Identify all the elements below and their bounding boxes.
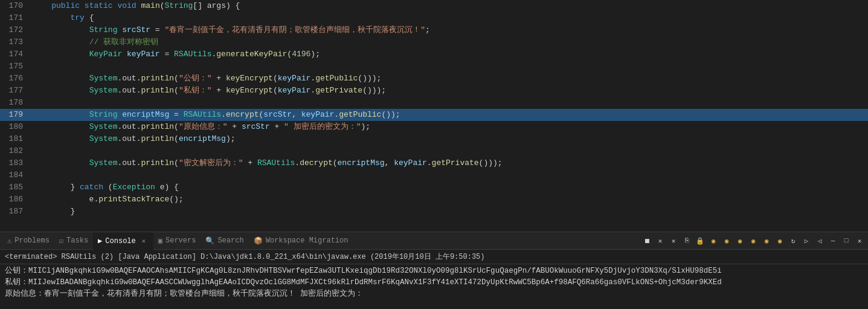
forward-btn[interactable]: ▷	[800, 235, 812, 247]
code-line: 179 String encriptMsg = RSAUtils.encrypt…	[0, 109, 868, 121]
minimize-btn[interactable]: —	[827, 235, 839, 247]
code-line: 178	[0, 97, 868, 109]
maximize-btn[interactable]: □	[840, 235, 852, 247]
line-content: e.printStackTrace();	[30, 194, 868, 206]
btn-6[interactable]: ◉	[774, 235, 786, 247]
tab-bar: ⚠Problems☑Tasks▶Console✕▣Servers🔍Search📦…	[0, 232, 868, 250]
line-content: try {	[30, 12, 868, 24]
close-panel-btn[interactable]: ✕	[854, 235, 866, 247]
close-btn-2[interactable]: ✕	[667, 235, 680, 247]
tab-label-search: Search	[217, 236, 243, 245]
line-content: // 获取非对称密钥	[30, 36, 868, 48]
btn-5[interactable]: ◉	[760, 235, 773, 247]
line-content: KeyPair keyPair = RSAUtils.generateKeyPa…	[30, 48, 868, 60]
terminated-banner: <terminated> RSAUtils (2) [Java Applicat…	[0, 250, 868, 264]
tab-icon-console: ▶	[98, 236, 102, 246]
line-content	[30, 60, 868, 73]
code-line: 177 System.out.println("私钥：" + keyEncryp…	[0, 85, 868, 97]
tab-label-workspace-migration: Workspace Migration	[266, 236, 349, 245]
line-number: 177	[0, 85, 30, 97]
console-line: 私钥：MIIJewIBADANBgkqhkiG9w0BAQEFAASCCWUwg…	[5, 277, 863, 288]
console-line: 原始信息：春宵一刻值千金，花有清香月有阴；歌管楼台声细细，秋千院落夜沉沉！ 加密…	[5, 288, 863, 300]
code-line: 175	[0, 60, 868, 73]
line-number: 172	[0, 24, 30, 36]
line-number: 185	[0, 181, 30, 194]
line-content	[30, 145, 868, 157]
code-line: 173 // 获取非对称密钥	[0, 36, 868, 48]
tab-icon-tasks: ☑	[59, 236, 63, 246]
line-number: 174	[0, 48, 30, 60]
code-line: 182	[0, 145, 868, 157]
line-content: public static void main(String[] args) {	[30, 0, 868, 12]
console-output: 公钥：MIICljANBgkqhkiG9w0BAQEFAAOCAhsAMIICF…	[0, 264, 868, 309]
line-content: String encriptMsg = RSAUtils.encrypt(src…	[30, 109, 868, 121]
tab-tasks[interactable]: ☑Tasks	[54, 232, 93, 250]
line-number: 182	[0, 145, 30, 157]
tab-label-servers: Servers	[166, 236, 196, 245]
btn-2[interactable]: ◉	[721, 235, 733, 247]
line-content: System.out.println("私钥：" + keyEncrypt(ke…	[30, 85, 868, 97]
code-line: 187 }	[0, 206, 868, 218]
code-line: 171 try {	[0, 12, 868, 24]
code-line: 172 String srcStr = "春宵一刻值千金，花有清香月有阴；歌管楼…	[0, 24, 868, 36]
line-number: 171	[0, 12, 30, 24]
tab-problems[interactable]: ⚠Problems	[2, 232, 54, 250]
line-content: }	[30, 206, 868, 218]
line-number: 184	[0, 169, 30, 181]
backward-btn[interactable]: ◁	[814, 235, 826, 247]
line-number: 186	[0, 194, 30, 206]
terminated-text: <terminated> RSAUtils (2) [Java Applicat…	[5, 253, 485, 261]
code-line: 170 public static void main(String[] arg…	[0, 0, 868, 12]
code-line: 176 System.out.println("公钥：" + keyEncryp…	[0, 73, 868, 85]
tab-label-problems: Problems	[14, 236, 50, 245]
app-container: 170 public static void main(String[] arg…	[0, 0, 868, 309]
bottom-panel: ⚠Problems☑Tasks▶Console✕▣Servers🔍Search📦…	[0, 232, 868, 309]
line-number: 183	[0, 157, 30, 169]
copy-btn[interactable]: ⎘	[681, 235, 693, 247]
line-content: } catch (Exception e) {	[30, 181, 868, 194]
stop-btn[interactable]: ⏹	[641, 235, 653, 247]
line-content	[30, 169, 868, 181]
line-number: 176	[0, 73, 30, 85]
line-number: 170	[0, 0, 30, 12]
code-lines: 170 public static void main(String[] arg…	[0, 0, 868, 218]
tab-close-console[interactable]: ✕	[139, 236, 149, 246]
code-line: 180 System.out.println("原始信息：" + srcStr …	[0, 121, 868, 133]
tab-icon-servers: ▣	[158, 236, 162, 246]
lock-btn[interactable]: 🔒	[694, 235, 706, 247]
line-number: 179	[0, 109, 30, 121]
line-number: 173	[0, 36, 30, 48]
btn-4[interactable]: ◉	[747, 235, 759, 247]
code-line: 186 e.printStackTrace();	[0, 194, 868, 206]
console-line: 公钥：MIICljANBgkqhkiG9w0BAQEFAAOCAhsAMIICF…	[5, 265, 863, 277]
line-content	[30, 97, 868, 109]
code-line: 181 System.out.println(encriptMsg);	[0, 133, 868, 145]
code-line: 185 } catch (Exception e) {	[0, 181, 868, 194]
line-content: System.out.println(encriptMsg);	[30, 133, 868, 145]
line-number: 181	[0, 133, 30, 145]
btn-3[interactable]: ◉	[734, 235, 746, 247]
line-content: System.out.println("原始信息：" + srcStr + " …	[30, 121, 868, 133]
close-btn-1[interactable]: ✕	[654, 235, 666, 247]
line-content: System.out.println("公钥：" + keyEncrypt(ke…	[30, 73, 868, 85]
tab-servers[interactable]: ▣Servers	[153, 232, 201, 250]
tab-label-console: Console	[105, 237, 135, 246]
tab-search[interactable]: 🔍Search	[201, 232, 248, 250]
refresh-btn[interactable]: ↻	[787, 235, 799, 247]
tab-workspace-migration[interactable]: 📦Workspace Migration	[249, 232, 353, 250]
tab-console[interactable]: ▶Console✕	[93, 232, 153, 250]
line-number: 178	[0, 97, 30, 109]
code-editor: 170 public static void main(String[] arg…	[0, 0, 868, 232]
tab-label-tasks: Tasks	[66, 236, 88, 245]
tab-icon-problems: ⚠	[7, 236, 11, 246]
code-line: 183 System.out.println("密文解密后为：" + RSAUt…	[0, 157, 868, 169]
btn-1[interactable]: ◉	[707, 235, 719, 247]
tab-bar-actions: ⏹✕✕⎘🔒◉◉◉◉◉◉↻▷◁—□✕	[641, 235, 866, 247]
line-number: 180	[0, 121, 30, 133]
tab-icon-search: 🔍	[205, 236, 214, 246]
code-line: 184	[0, 169, 868, 181]
line-content: System.out.println("密文解密后为：" + RSAUtils.…	[30, 157, 868, 169]
line-number: 187	[0, 206, 30, 218]
code-line: 174 KeyPair keyPair = RSAUtils.generateK…	[0, 48, 868, 60]
line-content: String srcStr = "春宵一刻值千金，花有清香月有阴；歌管楼台声细细…	[30, 24, 868, 36]
